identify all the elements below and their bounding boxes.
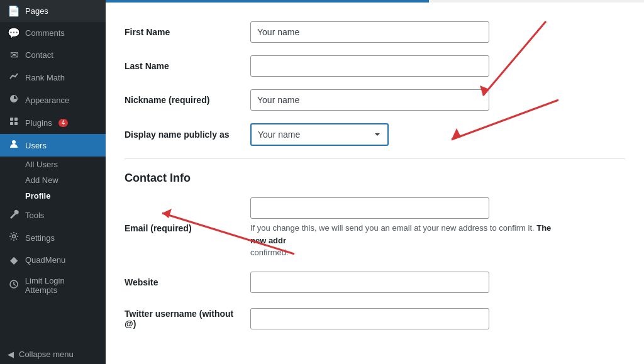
appearance-icon	[8, 94, 20, 106]
submenu-profile[interactable]: Profile	[20, 188, 106, 204]
sidebar-item-appearance[interactable]: Appearance	[0, 89, 106, 111]
sidebar-item-comments[interactable]: 💬 Comments	[0, 22, 106, 44]
settings-icon	[8, 231, 20, 244]
svg-rect-1	[10, 118, 13, 121]
plugins-label: Plugins	[25, 118, 52, 128]
email-row: Email (required) If you change this, we …	[125, 191, 625, 265]
sidebar-item-plugins[interactable]: Plugins 4	[0, 111, 106, 134]
svg-point-5	[12, 140, 16, 144]
sidebar-item-contact[interactable]: ✉ Contact	[0, 44, 106, 66]
email-note: If you change this, we will send you an …	[250, 222, 565, 259]
sidebar-item-settings[interactable]: Settings	[0, 226, 106, 249]
sidebar: 📄 Pages 💬 Comments ✉ Contact Rank Math A…	[0, 0, 106, 364]
users-submenu: All Users Add New Profile	[0, 157, 106, 204]
sidebar-item-pages[interactable]: 📄 Pages	[0, 0, 106, 22]
svg-rect-4	[14, 122, 18, 125]
comments-icon: 💬	[8, 27, 20, 39]
contact-form-table: Email (required) If you change this, we …	[125, 191, 625, 338]
twitter-input[interactable]	[250, 308, 489, 329]
limit-login-icon	[8, 279, 20, 292]
last-name-row: Last Name	[125, 49, 625, 83]
website-label: Website	[125, 265, 250, 299]
nickname-row: Nickname (required)	[125, 83, 625, 117]
sidebar-item-quadmenu[interactable]: ◆ QuadMenu	[0, 249, 106, 271]
last-name-input[interactable]	[250, 55, 489, 77]
email-label: Email (required)	[125, 191, 250, 265]
rank-math-icon	[8, 71, 20, 84]
submenu-add-new[interactable]: Add New	[20, 172, 106, 188]
website-row: Website	[125, 265, 625, 299]
pages-icon: 📄	[8, 5, 20, 17]
first-name-input[interactable]	[250, 21, 489, 43]
profile-form-table: First Name Last Name Nickname (required)	[125, 15, 625, 152]
nickname-label: Nickname (required)	[125, 83, 250, 117]
sidebar-item-users[interactable]: Users	[0, 134, 106, 157]
svg-point-6	[13, 235, 16, 238]
contact-info-title: Contact Info	[125, 158, 625, 191]
display-name-select[interactable]: Your name	[250, 123, 389, 146]
nickname-input[interactable]	[250, 89, 489, 111]
sidebar-item-tools[interactable]: Tools	[0, 204, 106, 226]
plugins-icon	[8, 116, 20, 129]
collapse-icon: ◀	[8, 350, 14, 359]
collapse-menu[interactable]: ◀ Collapse menu	[0, 345, 106, 364]
quadmenu-icon: ◆	[8, 254, 20, 266]
contact-icon: ✉	[8, 49, 20, 61]
last-name-label: Last Name	[125, 49, 250, 83]
twitter-label: Twitter username (without @)	[125, 299, 250, 338]
display-name-label: Display name publicly as	[125, 117, 250, 152]
profile-form-area: First Name Last Name Nickname (required)	[106, 3, 644, 364]
display-name-row: Display name publicly as Your name	[125, 117, 625, 152]
submenu-all-users[interactable]: All Users	[20, 157, 106, 172]
sidebar-item-rank-math[interactable]: Rank Math	[0, 66, 106, 89]
plugins-badge: 4	[58, 119, 69, 127]
tools-icon	[8, 209, 20, 221]
sidebar-item-limit-login[interactable]: Limit Login Attempts	[0, 271, 106, 300]
first-name-label: First Name	[125, 15, 250, 49]
twitter-row: Twitter username (without @)	[125, 299, 625, 338]
website-input[interactable]	[250, 272, 489, 293]
main-content: First Name Last Name Nickname (required)	[106, 0, 644, 364]
svg-rect-2	[14, 118, 18, 121]
svg-rect-3	[10, 122, 13, 125]
email-input[interactable]	[250, 197, 489, 219]
users-icon	[8, 139, 20, 152]
first-name-row: First Name	[125, 15, 625, 49]
